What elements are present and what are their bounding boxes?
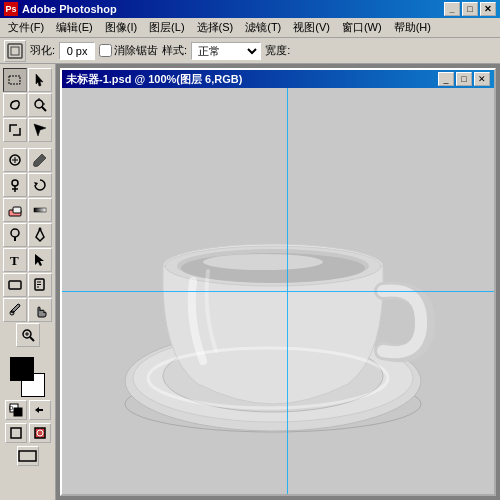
brush-tool[interactable] [28,148,52,172]
tool-row-3 [2,118,53,142]
history-tool[interactable] [28,173,52,197]
clone-tool[interactable] [3,173,27,197]
zoom-tool[interactable] [16,323,40,347]
menu-item-图像i[interactable]: 图像(I) [99,18,143,37]
slice-tool[interactable] [28,118,52,142]
tool-row-11 [2,323,53,347]
canvas-area: 未标器-1.psd @ 100%(图层 6,RGB) _ □ ✕ [56,64,500,500]
screen-mode-btn[interactable] [17,446,39,466]
main-area: T [0,64,500,500]
style-label: 样式: [162,43,187,58]
hand-tool[interactable] [28,298,52,322]
magic-wand-tool[interactable] [28,93,52,117]
switch-colors-btn[interactable] [29,400,51,420]
svg-line-31 [30,337,34,341]
anti-alias-label: 消除锯齿 [99,43,158,58]
svg-rect-40 [19,451,36,461]
pen-tool[interactable] [28,223,52,247]
menu-item-滤镜t[interactable]: 滤镜(T) [239,18,287,37]
standard-mode-btn[interactable] [5,423,27,443]
style-select[interactable]: 正常 固定比例 固定大小 [191,42,261,60]
cup-image [118,136,438,446]
feather-input[interactable] [59,42,95,60]
svg-marker-23 [35,254,44,266]
svg-text:T: T [10,253,19,268]
close-button[interactable]: ✕ [480,2,496,16]
tool-row-7 [2,223,53,247]
tool-row-1 [2,68,53,92]
svg-line-4 [42,107,46,111]
default-colors-btn[interactable]: D [5,400,27,420]
doc-minimize-btn[interactable]: _ [438,72,454,86]
dodge-tool[interactable] [3,223,27,247]
gradient-tool[interactable] [28,198,52,222]
anti-alias-checkbox[interactable] [99,44,112,57]
menu-bar: 文件(F)编辑(E)图像(I)图层(L)选择(S)滤镜(T)视图(V)窗口(W)… [0,18,500,38]
small-tools-row: D [2,400,53,420]
tool-row-2 [2,93,53,117]
options-bar: 羽化: 消除锯齿 样式: 正常 固定比例 固定大小 宽度: [0,38,500,64]
foreground-color[interactable] [10,357,34,381]
menu-item-窗口w[interactable]: 窗口(W) [336,18,388,37]
maximize-button[interactable]: □ [462,2,478,16]
menu-item-图层l[interactable]: 图层(L) [143,18,190,37]
menu-item-选择s[interactable]: 选择(S) [191,18,240,37]
screen-mode-row [2,446,53,466]
feather-label: 羽化: [30,43,55,58]
menu-item-视图v[interactable]: 视图(V) [287,18,336,37]
color-swatches [2,357,53,397]
app-icon: Ps [4,2,18,16]
window-controls: _ □ ✕ [444,2,496,16]
svg-rect-18 [34,208,46,212]
doc-close-btn[interactable]: ✕ [474,72,490,86]
tool-row-4 [2,148,53,172]
svg-point-5 [35,100,43,108]
crop-tool[interactable] [3,118,27,142]
eyedropper-tool[interactable] [3,298,27,322]
lasso-tool[interactable] [3,93,27,117]
svg-point-21 [39,228,42,231]
width-label: 宽度: [265,43,290,58]
svg-rect-17 [13,207,21,213]
tool-row-10 [2,298,53,322]
svg-text:D: D [9,405,14,411]
svg-rect-37 [11,428,21,438]
svg-rect-35 [14,408,22,416]
tool-row-5 [2,173,53,197]
tools-panel: T [0,64,56,500]
quick-mask-btn[interactable] [29,423,51,443]
move-tool[interactable] [28,68,52,92]
shape-tool[interactable] [3,273,27,297]
svg-marker-3 [36,74,43,86]
tool-row-6 [2,198,53,222]
tool-preset-btn[interactable] [4,40,26,62]
app-title: Adobe Photoshop [22,3,444,15]
svg-point-12 [12,180,18,186]
svg-point-19 [11,229,19,237]
app-title-bar: Ps Adobe Photoshop _ □ ✕ [0,0,500,18]
tool-row-8: T [2,248,53,272]
document-title-bar: 未标器-1.psd @ 100%(图层 6,RGB) _ □ ✕ [62,70,494,88]
minimize-button[interactable]: _ [444,2,460,16]
menu-item-文件f[interactable]: 文件(F) [2,18,50,37]
svg-rect-2 [9,76,20,84]
doc-window-controls: _ □ ✕ [438,72,490,86]
svg-rect-0 [8,44,22,58]
svg-point-49 [203,254,323,270]
document-title: 未标器-1.psd @ 100%(图层 6,RGB) [66,72,438,87]
marquee-rect-tool[interactable] [3,68,27,92]
document-canvas [62,88,494,494]
menu-item-帮助h[interactable]: 帮助(H) [388,18,437,37]
svg-rect-1 [11,47,19,55]
svg-rect-24 [9,281,21,289]
doc-maximize-btn[interactable]: □ [456,72,472,86]
text-tool[interactable]: T [3,248,27,272]
svg-marker-8 [34,124,46,136]
mask-row [2,423,53,443]
notes-tool[interactable] [28,273,52,297]
eraser-tool[interactable] [3,198,27,222]
document-window: 未标器-1.psd @ 100%(图层 6,RGB) _ □ ✕ [60,68,496,496]
path-select-tool[interactable] [28,248,52,272]
menu-item-编辑e[interactable]: 编辑(E) [50,18,99,37]
heal-tool[interactable] [3,148,27,172]
